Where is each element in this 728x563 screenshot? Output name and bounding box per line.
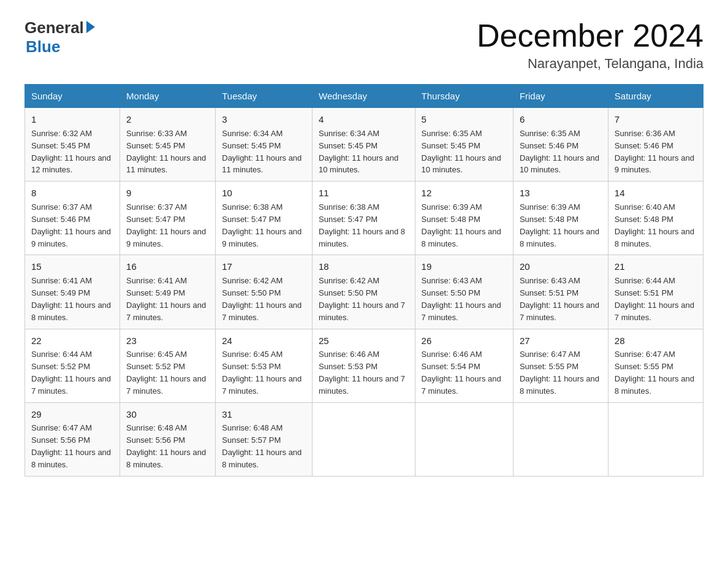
- day-info: Sunrise: 6:34 AMSunset: 5:45 PMDaylight:…: [319, 129, 398, 175]
- day-number: 21: [615, 260, 697, 274]
- day-number: 26: [422, 334, 507, 348]
- calendar-table: SundayMondayTuesdayWednesdayThursdayFrid…: [25, 84, 703, 477]
- day-info: Sunrise: 6:46 AMSunset: 5:54 PMDaylight:…: [422, 350, 501, 396]
- day-info: Sunrise: 6:42 AMSunset: 5:50 PMDaylight:…: [319, 276, 405, 322]
- day-number: 16: [126, 260, 209, 274]
- logo-general-text: General: [25, 18, 84, 37]
- calendar-cell: 24Sunrise: 6:45 AMSunset: 5:53 PMDayligh…: [216, 329, 313, 402]
- column-header-monday: Monday: [120, 85, 216, 108]
- day-info: Sunrise: 6:48 AMSunset: 5:56 PMDaylight:…: [126, 423, 206, 469]
- day-info: Sunrise: 6:41 AMSunset: 5:49 PMDaylight:…: [31, 276, 111, 322]
- day-number: 25: [319, 334, 409, 348]
- calendar-cell: 1Sunrise: 6:32 AMSunset: 5:45 PMDaylight…: [25, 108, 120, 182]
- calendar-cell: 4Sunrise: 6:34 AMSunset: 5:45 PMDaylight…: [313, 108, 415, 182]
- day-number: 6: [520, 113, 602, 126]
- calendar-cell: 28Sunrise: 6:47 AMSunset: 5:55 PMDayligh…: [608, 329, 703, 402]
- title-section: December 2024 Narayanpet, Telangana, Ind…: [477, 18, 703, 72]
- day-info: Sunrise: 6:48 AMSunset: 5:57 PMDaylight:…: [222, 423, 301, 469]
- calendar-cell: 9Sunrise: 6:37 AMSunset: 5:47 PMDaylight…: [120, 182, 216, 255]
- calendar-cell: 7Sunrise: 6:36 AMSunset: 5:46 PMDaylight…: [608, 108, 703, 182]
- day-number: 18: [319, 260, 409, 274]
- week-row-4: 22Sunrise: 6:44 AMSunset: 5:52 PMDayligh…: [25, 329, 703, 402]
- day-info: Sunrise: 6:42 AMSunset: 5:50 PMDaylight:…: [222, 276, 301, 322]
- day-number: 24: [222, 334, 306, 348]
- calendar-cell: 25Sunrise: 6:46 AMSunset: 5:53 PMDayligh…: [313, 329, 415, 402]
- day-number: 17: [222, 260, 306, 274]
- day-info: Sunrise: 6:45 AMSunset: 5:52 PMDaylight:…: [126, 350, 206, 396]
- day-number: 28: [615, 334, 697, 348]
- day-info: Sunrise: 6:38 AMSunset: 5:47 PMDaylight:…: [222, 202, 301, 248]
- day-number: 19: [422, 260, 507, 274]
- day-number: 11: [319, 186, 409, 200]
- calendar-cell: 29Sunrise: 6:47 AMSunset: 5:56 PMDayligh…: [25, 402, 120, 476]
- day-number: 31: [222, 408, 306, 421]
- column-header-sunday: Sunday: [25, 85, 120, 108]
- calendar-cell: 6Sunrise: 6:35 AMSunset: 5:46 PMDaylight…: [513, 108, 608, 182]
- day-info: Sunrise: 6:37 AMSunset: 5:46 PMDaylight:…: [31, 202, 111, 248]
- calendar-cell: 5Sunrise: 6:35 AMSunset: 5:45 PMDaylight…: [415, 108, 513, 182]
- day-info: Sunrise: 6:38 AMSunset: 5:47 PMDaylight:…: [319, 202, 405, 248]
- calendar-cell: 18Sunrise: 6:42 AMSunset: 5:50 PMDayligh…: [313, 255, 415, 329]
- logo-blue-text: Blue: [26, 37, 95, 56]
- calendar-cell: 2Sunrise: 6:33 AMSunset: 5:45 PMDaylight…: [120, 108, 216, 182]
- week-row-3: 15Sunrise: 6:41 AMSunset: 5:49 PMDayligh…: [25, 255, 703, 329]
- calendar-cell: 14Sunrise: 6:40 AMSunset: 5:48 PMDayligh…: [608, 182, 703, 255]
- day-number: 1: [31, 113, 113, 126]
- week-row-1: 1Sunrise: 6:32 AMSunset: 5:45 PMDaylight…: [25, 108, 703, 182]
- calendar-cell: [415, 402, 513, 476]
- day-number: 4: [319, 113, 409, 126]
- day-info: Sunrise: 6:37 AMSunset: 5:47 PMDaylight:…: [126, 202, 206, 248]
- calendar-cell: 10Sunrise: 6:38 AMSunset: 5:47 PMDayligh…: [216, 182, 313, 255]
- column-header-row: SundayMondayTuesdayWednesdayThursdayFrid…: [25, 85, 703, 108]
- calendar-cell: 31Sunrise: 6:48 AMSunset: 5:57 PMDayligh…: [216, 402, 313, 476]
- day-info: Sunrise: 6:34 AMSunset: 5:45 PMDaylight:…: [222, 129, 301, 175]
- day-info: Sunrise: 6:33 AMSunset: 5:45 PMDaylight:…: [126, 129, 206, 175]
- main-title: December 2024: [477, 18, 703, 53]
- page-header: General Blue December 2024 Narayanpet, T…: [25, 18, 703, 72]
- column-header-tuesday: Tuesday: [216, 85, 313, 108]
- day-number: 29: [31, 408, 113, 421]
- logo-arrow-icon: [86, 21, 95, 33]
- day-info: Sunrise: 6:39 AMSunset: 5:48 PMDaylight:…: [422, 202, 501, 248]
- calendar-cell: 15Sunrise: 6:41 AMSunset: 5:49 PMDayligh…: [25, 255, 120, 329]
- calendar-cell: 17Sunrise: 6:42 AMSunset: 5:50 PMDayligh…: [216, 255, 313, 329]
- day-info: Sunrise: 6:41 AMSunset: 5:49 PMDaylight:…: [126, 276, 206, 322]
- day-number: 27: [520, 334, 602, 348]
- subtitle: Narayanpet, Telangana, India: [477, 56, 703, 72]
- day-info: Sunrise: 6:44 AMSunset: 5:52 PMDaylight:…: [31, 350, 111, 396]
- calendar-cell: [513, 402, 608, 476]
- calendar-cell: 23Sunrise: 6:45 AMSunset: 5:52 PMDayligh…: [120, 329, 216, 402]
- calendar-cell: 16Sunrise: 6:41 AMSunset: 5:49 PMDayligh…: [120, 255, 216, 329]
- day-info: Sunrise: 6:40 AMSunset: 5:48 PMDaylight:…: [615, 202, 694, 248]
- day-number: 5: [422, 113, 507, 126]
- calendar-cell: 8Sunrise: 6:37 AMSunset: 5:46 PMDaylight…: [25, 182, 120, 255]
- day-info: Sunrise: 6:36 AMSunset: 5:46 PMDaylight:…: [615, 129, 694, 175]
- calendar-cell: 26Sunrise: 6:46 AMSunset: 5:54 PMDayligh…: [415, 329, 513, 402]
- day-info: Sunrise: 6:44 AMSunset: 5:51 PMDaylight:…: [615, 276, 694, 322]
- calendar-cell: [608, 402, 703, 476]
- day-number: 30: [126, 408, 209, 421]
- day-info: Sunrise: 6:43 AMSunset: 5:50 PMDaylight:…: [422, 276, 501, 322]
- calendar-cell: 20Sunrise: 6:43 AMSunset: 5:51 PMDayligh…: [513, 255, 608, 329]
- logo: General Blue: [25, 18, 95, 56]
- day-info: Sunrise: 6:43 AMSunset: 5:51 PMDaylight:…: [520, 276, 599, 322]
- calendar-cell: [313, 402, 415, 476]
- day-number: 13: [520, 186, 602, 200]
- day-number: 23: [126, 334, 209, 348]
- day-info: Sunrise: 6:35 AMSunset: 5:46 PMDaylight:…: [520, 129, 599, 175]
- day-info: Sunrise: 6:46 AMSunset: 5:53 PMDaylight:…: [319, 350, 405, 396]
- column-header-wednesday: Wednesday: [313, 85, 415, 108]
- day-number: 9: [126, 186, 209, 200]
- day-number: 3: [222, 113, 306, 126]
- calendar-cell: 13Sunrise: 6:39 AMSunset: 5:48 PMDayligh…: [513, 182, 608, 255]
- week-row-2: 8Sunrise: 6:37 AMSunset: 5:46 PMDaylight…: [25, 182, 703, 255]
- day-info: Sunrise: 6:47 AMSunset: 5:56 PMDaylight:…: [31, 423, 111, 469]
- calendar-cell: 30Sunrise: 6:48 AMSunset: 5:56 PMDayligh…: [120, 402, 216, 476]
- day-number: 12: [422, 186, 507, 200]
- week-row-5: 29Sunrise: 6:47 AMSunset: 5:56 PMDayligh…: [25, 402, 703, 476]
- day-info: Sunrise: 6:32 AMSunset: 5:45 PMDaylight:…: [31, 129, 111, 175]
- day-number: 14: [615, 186, 697, 200]
- day-number: 20: [520, 260, 602, 274]
- day-info: Sunrise: 6:47 AMSunset: 5:55 PMDaylight:…: [520, 350, 599, 396]
- column-header-thursday: Thursday: [415, 85, 513, 108]
